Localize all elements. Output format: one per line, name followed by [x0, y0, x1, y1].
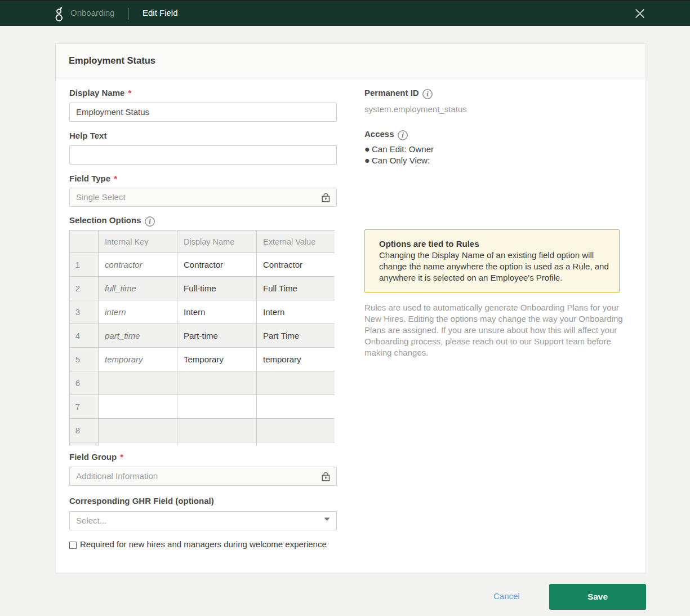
svg-text:i: i [402, 131, 404, 139]
svg-text:i: i [149, 218, 151, 225]
svg-text:i: i [426, 90, 429, 98]
